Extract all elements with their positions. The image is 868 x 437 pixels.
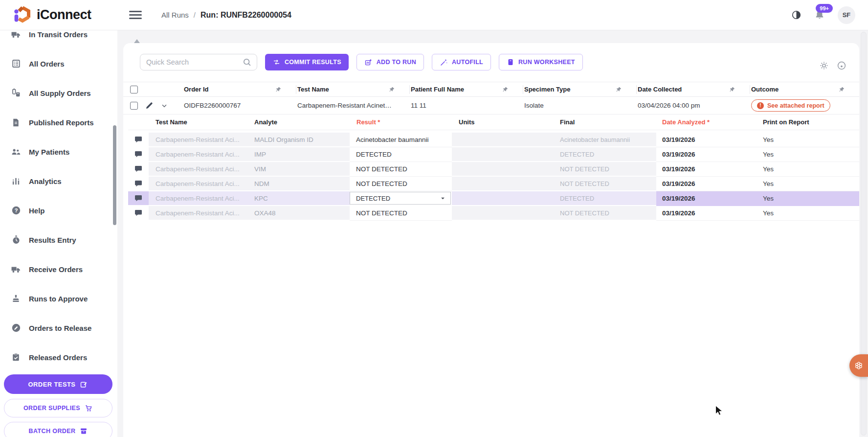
result-cell[interactable]: NOT DETECTED (350, 206, 452, 221)
sidebar-item-runs-to-approve[interactable]: Runs to Approve (0, 284, 117, 313)
batch-order-button[interactable]: BATCH ORDER (4, 422, 112, 437)
date-analyzed-cell[interactable]: 03/19/2026 (656, 133, 758, 147)
test-name-cell: Carbapenem-Resistant Acinetobact… (296, 102, 410, 109)
sidebar-item-analytics[interactable]: Analytics (0, 166, 117, 196)
comment-icon[interactable] (134, 195, 142, 202)
sidebar-item-all-supply-orders[interactable]: All Supply Orders (0, 78, 117, 108)
pin-icon[interactable] (275, 87, 281, 92)
column-header-outcome[interactable]: Outcome (750, 85, 859, 94)
date-analyzed-cell[interactable]: 03/19/2026 (656, 162, 758, 177)
stopwatch-icon (11, 235, 21, 245)
avatar[interactable]: SF (838, 6, 855, 24)
autofill-button[interactable]: AUTOFILL (432, 54, 491, 70)
sidebar-item-all-orders[interactable]: All Orders (0, 49, 117, 78)
theme-contrast-icon[interactable] (791, 10, 801, 20)
results-table-header: Test Name Analyte Result * Units Final D… (128, 115, 859, 130)
sidebar-item-released-orders[interactable]: Released Orders (0, 343, 117, 372)
patients-icon (11, 147, 21, 157)
comment-icon[interactable] (134, 180, 142, 187)
result-row-imp[interactable]: Carbapenem-Resistant Aci... IMP DETECTED… (128, 147, 859, 162)
sidebar: In Transit Orders All Orders All Supply … (0, 30, 117, 437)
row-checkbox[interactable] (130, 102, 138, 110)
print-on-report-cell[interactable]: Yes (758, 206, 859, 221)
result-cell[interactable]: DETECTED (350, 147, 452, 162)
column-focus-icon[interactable] (837, 61, 846, 70)
order-supplies-button[interactable]: ORDER SUPPLIES (4, 399, 112, 417)
see-attached-report-badge[interactable]: ! See attached report (751, 99, 830, 112)
result-row-vim[interactable]: Carbapenem-Resistant Aci... VIM NOT DETE… (128, 162, 859, 177)
result-cell[interactable]: NOT DETECTED (350, 162, 452, 177)
logo[interactable]: iConnect (0, 5, 117, 25)
run-worksheet-button[interactable]: RUN WORKSHEET (499, 54, 583, 70)
result-row-kpc[interactable]: Carbapenem-Resistant Aci... KPC DETECTED… (128, 191, 859, 206)
select-all-checkbox[interactable] (130, 86, 138, 93)
commit-results-button[interactable]: COMMIT RESULTS (265, 54, 349, 70)
search-input[interactable] (146, 58, 243, 66)
result-cell[interactable]: Acinetobacter baumannii (350, 133, 452, 147)
pin-icon[interactable] (616, 87, 622, 92)
result-row-ndm[interactable]: Carbapenem-Resistant Aci... NDM NOT DETE… (128, 177, 859, 191)
release-icon (11, 323, 21, 333)
floating-settings-button[interactable] (849, 354, 868, 377)
analytics-icon (11, 177, 21, 186)
sidebar-item-results-entry[interactable]: Results Entry (0, 225, 117, 254)
pin-icon[interactable] (729, 87, 735, 92)
breadcrumb-all-runs[interactable]: All Runs (161, 11, 189, 19)
comment-icon[interactable] (134, 151, 142, 158)
date-analyzed-cell[interactable]: 03/19/2026 (656, 191, 758, 206)
commit-results-icon (272, 58, 281, 67)
sidebar-item-in-transit-orders[interactable]: In Transit Orders (0, 30, 117, 49)
sidebar-item-published-reports[interactable]: Published Reports (0, 108, 117, 137)
sidebar-item-help[interactable]: ? Help (0, 196, 117, 225)
column-header-specimen-type[interactable]: Specimen Type (523, 85, 637, 94)
print-on-report-cell[interactable]: Yes (758, 177, 859, 191)
comment-icon[interactable] (134, 136, 142, 143)
date-analyzed-cell[interactable]: 03/19/2026 (656, 177, 758, 191)
quick-search[interactable] (140, 54, 257, 70)
comment-icon[interactable] (134, 165, 142, 173)
result-cell[interactable]: NOT DETECTED (350, 177, 452, 191)
print-on-report-cell[interactable]: Yes (758, 162, 859, 177)
print-on-report-cell[interactable]: Yes (758, 147, 859, 162)
scroll-up-icon[interactable] (134, 39, 140, 43)
sidebar-scrollbar[interactable] (113, 125, 116, 225)
results-col-test-name: Test Name (149, 118, 247, 126)
column-header-test-name[interactable]: Test Name (296, 85, 410, 94)
comment-icon[interactable] (134, 209, 142, 217)
orders-table-header: Order Id Test Name Patient Full Name Spe… (123, 82, 859, 97)
result-dropdown[interactable]: DETECTED (350, 192, 451, 205)
result-row-maldi[interactable]: Carbapenem-Resistant Aci... MALDI Organi… (128, 133, 859, 147)
truck-icon (11, 30, 21, 40)
column-header-date-collected[interactable]: Date Collected (637, 85, 750, 94)
alert-icon: ! (757, 102, 764, 109)
add-to-run-icon (364, 58, 373, 67)
column-header-order-id[interactable]: Order Id (183, 85, 296, 94)
date-analyzed-cell[interactable]: 03/19/2026 (656, 147, 758, 162)
edit-pencil-icon[interactable] (145, 101, 154, 110)
pin-icon[interactable] (389, 87, 395, 92)
pin-icon[interactable] (839, 87, 845, 92)
menu-toggle-icon[interactable] (129, 9, 142, 21)
order-tests-button[interactable]: ORDER TESTS (4, 374, 112, 394)
date-analyzed-cell[interactable]: 03/19/2026 (656, 206, 758, 221)
sidebar-item-label: Released Orders (29, 353, 87, 362)
table-settings-gear-icon[interactable] (819, 61, 829, 70)
sidebar-item-orders-to-release[interactable]: Orders to Release (0, 313, 117, 343)
add-to-run-button[interactable]: ADD TO RUN (356, 54, 424, 70)
archive-box-icon (80, 427, 88, 435)
column-header-patient-full-name[interactable]: Patient Full Name (410, 85, 523, 94)
help-icon: ? (11, 206, 21, 215)
order-row[interactable]: OIDFB2260000767 Carbapenem-Resistant Aci… (123, 97, 859, 115)
sidebar-item-receive-orders[interactable]: Receive Orders (0, 254, 117, 284)
pin-icon[interactable] (502, 87, 508, 92)
patient-name-cell: 11 11 (410, 102, 523, 109)
autofill-label: AUTOFILL (452, 59, 483, 66)
notifications-bell-icon[interactable]: 99+ (814, 10, 825, 21)
run-details-card: COMMIT RESULTS ADD TO RUN AUTOFILL RUN W… (123, 43, 859, 437)
sidebar-item-my-patients[interactable]: My Patients (0, 137, 117, 166)
expand-chevron-icon[interactable] (161, 102, 168, 109)
print-on-report-cell[interactable]: Yes (758, 191, 859, 206)
sidebar-item-label: Receive Orders (29, 265, 83, 274)
result-row-oxa48[interactable]: Carbapenem-Resistant Aci... OXA48 NOT DE… (128, 206, 859, 221)
print-on-report-cell[interactable]: Yes (758, 133, 859, 147)
